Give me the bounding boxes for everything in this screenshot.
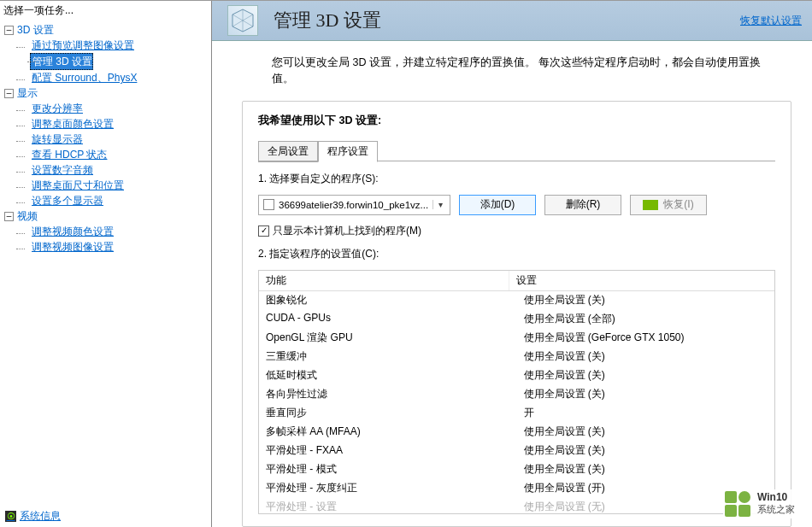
- restore-defaults-link[interactable]: 恢复默认设置: [740, 14, 802, 28]
- table-row: 平滑处理 - 设置使用全局设置 (无): [259, 498, 774, 514]
- step2-label: 2. 指定该程序的设置值(C):: [258, 247, 775, 261]
- nvidia-3d-icon: [227, 5, 258, 36]
- program-icon: [263, 199, 274, 210]
- table-row[interactable]: OpenGL 渲染 GPU使用全局设置 (GeForce GTX 1050): [259, 329, 774, 348]
- task-header-text: 选择一项任务...: [3, 3, 74, 18]
- chevron-down-icon: ▾: [432, 200, 448, 209]
- main-panel: 管理 3D 设置 恢复默认设置 您可以更改全局 3D 设置，并建立特定程序的置换…: [212, 1, 812, 527]
- page-title: 管理 3D 设置: [274, 8, 381, 33]
- tab-strip: 全局设置 程序设置: [258, 140, 775, 161]
- system-info-label: 系统信息: [20, 509, 61, 524]
- feature-name: 各向异性过滤: [259, 386, 517, 402]
- tree-category: −3D 设置: [4, 22, 211, 38]
- feature-name: 平滑处理 - 设置: [259, 499, 517, 513]
- title-bar: 管理 3D 设置 恢复默认设置: [212, 1, 812, 41]
- table-row[interactable]: 图象锐化使用全局设置 (关): [259, 291, 774, 310]
- feature-name: 平滑处理 - 模式: [259, 461, 517, 477]
- watermark: Win10 系统之家: [723, 489, 797, 518]
- section-heading: 我希望使用以下 3D 设置:: [258, 114, 775, 128]
- checkbox-label: 只显示本计算机上找到的程序(M): [273, 224, 421, 238]
- tree-category: −显示: [4, 85, 211, 101]
- nvidia-badge-icon: [643, 200, 658, 210]
- system-info-link[interactable]: ⦿ 系统信息: [0, 506, 211, 527]
- feature-value: 使用全局设置 (关): [517, 348, 775, 365]
- tree-leaf[interactable]: 配置 Surround、PhysX: [20, 72, 137, 84]
- col-setting: 设置: [509, 271, 759, 290]
- tree-leaf[interactable]: 更改分辨率: [20, 102, 83, 114]
- tab-global[interactable]: 全局设置: [258, 141, 318, 162]
- step1-label: 1. 选择要自定义的程序(S):: [258, 172, 775, 186]
- task-header: 选择一项任务...: [0, 1, 211, 20]
- settings-content: 我希望使用以下 3D 设置: 全局设置 程序设置 1. 选择要自定义的程序(S)…: [242, 101, 791, 528]
- show-local-programs-checkbox[interactable]: ✓ 只显示本计算机上找到的程序(M): [258, 224, 421, 238]
- settings-table: 功能 设置 图象锐化使用全局设置 (关)CUDA - GPUs使用全局设置 (全…: [258, 270, 775, 515]
- feature-name: CUDA - GPUs: [259, 311, 517, 327]
- tree-leaf[interactable]: 查看 HDCP 状态: [20, 149, 107, 161]
- table-row[interactable]: 平滑处理 - 模式使用全局设置 (关): [259, 460, 774, 479]
- tree-leaf[interactable]: 调整桌面颜色设置: [20, 118, 114, 130]
- table-header: 功能 设置: [259, 271, 774, 291]
- tree-category: −视频: [4, 208, 211, 224]
- feature-value: 使用全局设置 (全部): [517, 311, 775, 327]
- program-dropdown[interactable]: 36699atelier39.forwin10_pke1vz... ▾: [258, 195, 450, 215]
- remove-button[interactable]: 删除(R): [544, 195, 621, 215]
- feature-value: 使用全局设置 (GeForce GTX 1050): [517, 330, 775, 346]
- tree-leaf[interactable]: 通过预览调整图像设置: [20, 39, 134, 51]
- feature-name: 图象锐化: [259, 292, 517, 308]
- feature-value: 使用全局设置 (关): [517, 424, 775, 440]
- tree-leaf[interactable]: 调整桌面尺寸和位置: [20, 179, 124, 191]
- restore-button[interactable]: 恢复(I): [630, 195, 707, 215]
- restore-button-label: 恢复(I): [663, 197, 693, 212]
- table-row[interactable]: 垂直同步开: [259, 404, 774, 423]
- table-scroller[interactable]: 图象锐化使用全局设置 (关)CUDA - GPUs使用全局设置 (全部)Open…: [259, 291, 774, 514]
- tree-leaf[interactable]: 调整视频图像设置: [20, 241, 114, 253]
- feature-value: 使用全局设置 (关): [517, 386, 775, 402]
- tree-expand-icon[interactable]: −: [4, 26, 14, 35]
- tree-leaf[interactable]: 设置数字音频: [20, 164, 93, 176]
- feature-name: 多帧采样 AA (MFAA): [259, 424, 517, 440]
- feature-name: 垂直同步: [259, 405, 517, 421]
- feature-name: OpenGL 渲染 GPU: [259, 330, 517, 346]
- table-row[interactable]: CUDA - GPUs使用全局设置 (全部): [259, 310, 774, 329]
- table-row[interactable]: 低延时模式使用全局设置 (关): [259, 366, 774, 385]
- feature-name: 平滑处理 - FXAA: [259, 442, 517, 459]
- feature-value: 使用全局设置 (关): [517, 367, 775, 384]
- tree-category-label[interactable]: 显示: [17, 87, 38, 99]
- tree-expand-icon[interactable]: −: [4, 89, 14, 98]
- table-row[interactable]: 三重缓冲使用全局设置 (关): [259, 348, 774, 366]
- tab-program[interactable]: 程序设置: [318, 141, 378, 162]
- feature-name: 低延时模式: [259, 367, 517, 384]
- tree-category-label[interactable]: 视频: [17, 210, 38, 222]
- tree-leaf[interactable]: 设置多个显示器: [20, 195, 103, 207]
- add-button[interactable]: 添加(D): [459, 195, 536, 215]
- feature-value: 使用全局设置 (关): [517, 461, 775, 477]
- info-icon: ⦿: [5, 511, 16, 522]
- col-feature: 功能: [259, 271, 509, 290]
- table-row[interactable]: 平滑处理 - 灰度纠正使用全局设置 (开): [259, 479, 774, 498]
- program-selected: 36699atelier39.forwin10_pke1vz...: [279, 200, 432, 210]
- tree-category-label[interactable]: 3D 设置: [17, 24, 54, 36]
- checkbox-icon: ✓: [258, 225, 269, 237]
- watermark-line2: 系统之家: [757, 503, 795, 516]
- feature-name: 平滑处理 - 灰度纠正: [259, 480, 517, 496]
- table-row[interactable]: 平滑处理 - FXAA使用全局设置 (关): [259, 442, 774, 460]
- tree-leaf[interactable]: 调整视频颜色设置: [20, 225, 114, 237]
- tree-expand-icon[interactable]: −: [4, 212, 14, 221]
- nav-tree: −3D 设置通过预览调整图像设置管理 3D 设置配置 Surround、Phys…: [0, 20, 211, 506]
- table-row[interactable]: 多帧采样 AA (MFAA)使用全局设置 (关): [259, 423, 774, 442]
- sidebar: 选择一项任务... −3D 设置通过预览调整图像设置管理 3D 设置配置 Sur…: [0, 1, 212, 527]
- feature-name: 三重缓冲: [259, 348, 517, 365]
- page-description: 您可以更改全局 3D 设置，并建立特定程序的置换值。 每次这些特定程序启动时，都…: [212, 41, 812, 101]
- tree-leaf[interactable]: 旋转显示器: [20, 133, 83, 145]
- table-row[interactable]: 各向异性过滤使用全局设置 (关): [259, 385, 774, 404]
- watermark-line1: Win10: [757, 492, 795, 503]
- tree-leaf[interactable]: 管理 3D 设置: [30, 53, 93, 70]
- feature-value: 开: [517, 405, 775, 421]
- feature-value: 使用全局设置 (关): [517, 442, 775, 459]
- feature-value: 使用全局设置 (关): [517, 292, 775, 308]
